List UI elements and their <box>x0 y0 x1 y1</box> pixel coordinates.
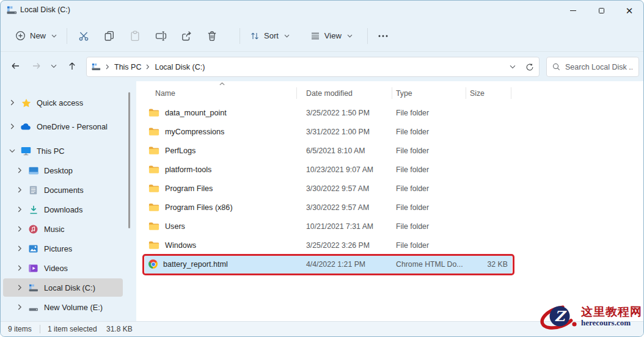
cut-button[interactable] <box>71 25 97 47</box>
chevron-right-icon[interactable] <box>16 245 23 252</box>
file-row[interactable]: data_mount_point 3/25/2022 1:50 PM File … <box>145 103 512 122</box>
address-bar[interactable]: This PC Local Disk (C:) <box>86 57 540 77</box>
drive-icon <box>7 5 17 15</box>
column-header-size[interactable]: Size <box>470 89 485 98</box>
command-toolbar: New <box>1 20 643 52</box>
chevron-right-icon[interactable] <box>16 226 23 232</box>
star-icon <box>21 98 31 107</box>
column-header-date[interactable]: Date modified <box>306 89 353 98</box>
file-row[interactable]: Program Files 3/30/2022 9:57 AM File fol… <box>145 179 512 198</box>
sidebar-scrollbar[interactable] <box>128 92 130 228</box>
column-divider[interactable] <box>466 87 466 99</box>
search-input[interactable] <box>565 63 632 71</box>
rename-button[interactable] <box>148 25 174 47</box>
column-divider[interactable] <box>296 87 297 99</box>
minimize-button[interactable] <box>559 1 587 20</box>
sidebar-item-videos[interactable]: Videos <box>3 259 123 277</box>
monitor-icon <box>21 146 31 156</box>
trash-icon <box>207 31 218 42</box>
search-icon <box>552 63 560 71</box>
copy-button[interactable] <box>97 25 122 47</box>
sidebar-item-this-pc[interactable]: This PC <box>3 142 123 160</box>
file-explorer-window: Local Disk (C:) ✕ New <box>0 0 644 337</box>
download-arrow-icon <box>28 205 38 214</box>
explorer-body: Quick access OneDrive - Personal This PC… <box>1 81 643 321</box>
watermark-title: 这里教程网 <box>581 306 642 319</box>
sidebar-item-new-volume-e[interactable]: New Volume (E:) <box>3 298 123 316</box>
watermark-domain: herecours.com <box>581 318 631 328</box>
chevron-right-icon[interactable] <box>9 100 15 106</box>
sidebar-item-pictures[interactable]: Pictures <box>3 239 123 258</box>
chevron-right-icon[interactable] <box>16 265 23 271</box>
more-options-button[interactable] <box>371 25 395 47</box>
folder-icon <box>148 165 159 174</box>
folder-icon <box>148 108 159 117</box>
file-row[interactable]: Program Files (x86) 3/30/2022 9:57 AM Fi… <box>145 198 512 217</box>
toolbar-separator <box>67 28 67 44</box>
file-row[interactable]: myCompressions 3/31/2022 1:00 PM File fo… <box>145 122 512 141</box>
sidebar-item-onedrive[interactable]: OneDrive - Personal <box>3 117 123 136</box>
column-divider[interactable] <box>392 87 392 99</box>
refresh-icon[interactable] <box>525 63 534 71</box>
drive-icon <box>28 302 38 312</box>
chevron-right-icon[interactable] <box>9 123 15 129</box>
watermark: Z 这里教程网 herecours.com <box>540 300 642 334</box>
desktop-icon <box>28 165 38 175</box>
folder-icon <box>148 241 159 250</box>
chevron-down-icon[interactable] <box>9 148 15 154</box>
navigation-pane: Quick access OneDrive - Personal This PC… <box>1 81 136 321</box>
document-icon <box>28 185 38 195</box>
breadcrumb-this-pc[interactable]: This PC <box>112 63 144 71</box>
file-row-selected[interactable]: battery_report.html 4/4/2022 1:21 PM Chr… <box>145 255 512 274</box>
file-row[interactable]: Windows 3/25/2022 3:26 PM File folder <box>145 236 512 255</box>
sidebar-item-downloads[interactable]: Downloads <box>3 200 123 219</box>
recent-locations-button[interactable] <box>46 56 62 76</box>
view-button[interactable]: View <box>304 25 359 47</box>
paste-button[interactable] <box>122 25 148 47</box>
breadcrumb-chevron-icon <box>106 64 109 70</box>
chevron-right-icon[interactable] <box>16 304 23 310</box>
folder-icon <box>148 222 159 231</box>
chevron-right-icon[interactable] <box>16 167 23 173</box>
address-dropdown-icon[interactable] <box>510 65 516 69</box>
navigation-bar: This PC Local Disk (C:) <box>1 53 643 81</box>
back-button[interactable] <box>5 56 25 76</box>
picture-icon <box>28 244 38 253</box>
drive-icon <box>28 283 38 292</box>
new-button[interactable]: New <box>9 25 63 47</box>
music-note-icon <box>28 224 38 234</box>
file-row[interactable]: PerfLogs 6/5/2021 8:10 AM File folder <box>145 141 512 160</box>
sort-button[interactable]: Sort <box>244 25 296 47</box>
plus-circle-icon <box>15 31 26 41</box>
breadcrumb-current-folder[interactable]: Local Disk (C:) <box>152 63 207 71</box>
sidebar-item-quick-access[interactable]: Quick access <box>3 93 123 112</box>
search-box[interactable] <box>546 57 639 77</box>
chrome-icon <box>148 259 158 269</box>
arrow-left-icon <box>10 61 21 71</box>
folder-icon <box>148 146 159 155</box>
share-button[interactable] <box>174 25 199 47</box>
sidebar-item-local-disk-c[interactable]: Local Disk (C:) <box>3 278 123 297</box>
chevron-right-icon[interactable] <box>16 206 23 212</box>
up-button[interactable] <box>62 56 82 76</box>
selection-size: 31.8 KB <box>106 325 133 333</box>
column-divider[interactable] <box>511 87 511 99</box>
column-header-type[interactable]: Type <box>396 89 412 98</box>
column-header-row: Name Date modified Type Size <box>136 85 644 101</box>
delete-button[interactable] <box>199 25 225 47</box>
scissors-icon <box>78 31 89 42</box>
sidebar-item-documents[interactable]: Documents <box>3 181 123 199</box>
arrow-right-icon <box>31 61 42 71</box>
sidebar-item-music[interactable]: Music <box>3 220 123 238</box>
column-header-name[interactable]: Name <box>155 89 175 98</box>
close-button[interactable]: ✕ <box>615 1 643 20</box>
file-row[interactable]: platform-tools 10/23/2021 9:07 AM File f… <box>145 160 512 179</box>
chevron-right-icon[interactable] <box>16 187 23 193</box>
sidebar-item-desktop[interactable]: Desktop <box>3 161 123 179</box>
folder-icon <box>148 184 159 193</box>
chevron-right-icon[interactable] <box>16 284 23 291</box>
forward-button[interactable] <box>26 56 46 76</box>
maximize-button[interactable] <box>587 1 615 20</box>
view-list-icon <box>310 31 320 41</box>
file-row[interactable]: Users 10/21/2021 7:31 AM File folder <box>145 217 512 236</box>
